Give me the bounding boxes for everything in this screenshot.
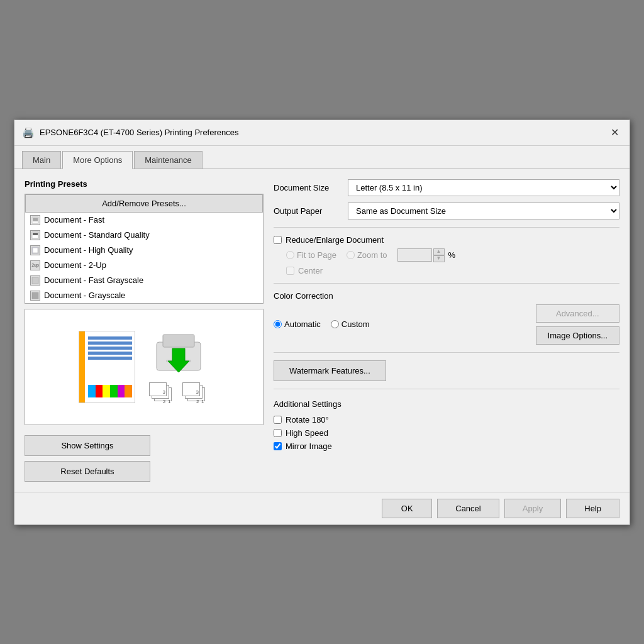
- output-paper-label: Output Paper: [274, 206, 343, 216]
- mirror-image-checkbox[interactable]: [274, 442, 282, 450]
- page-num-2: 2: [163, 399, 165, 404]
- mirror-image-row: Mirror Image: [274, 441, 619, 451]
- automatic-radio[interactable]: [274, 320, 282, 328]
- high-speed-row: High Speed: [274, 428, 619, 438]
- divider-1: [274, 227, 619, 228]
- document-size-label: Document Size: [274, 183, 343, 192]
- list-item[interactable]: 2up Document - 2-Up: [25, 258, 263, 273]
- list-item[interactable]: Document - Fast Grayscale: [25, 273, 263, 288]
- tab-main[interactable]: Main: [22, 151, 61, 169]
- zoom-to-option[interactable]: Zoom to: [347, 250, 387, 260]
- fit-zoom-row: Fit to Page Zoom to ▲ ▼ %: [286, 248, 619, 262]
- image-options-button[interactable]: Image Options...: [536, 326, 619, 345]
- page-num-2r: 2: [196, 399, 199, 404]
- printer-svg: [150, 330, 207, 380]
- zoom-spinner-buttons: ▲ ▼: [433, 248, 445, 262]
- center-checkbox[interactable]: [286, 267, 294, 275]
- rotate-row: Rotate 180°: [274, 415, 619, 425]
- show-settings-button[interactable]: Show Settings: [25, 435, 150, 456]
- doc-line: [88, 336, 132, 340]
- reduce-enlarge-checkbox[interactable]: [274, 236, 282, 244]
- divider-2: [274, 283, 619, 284]
- color-bar-blue: [88, 385, 96, 397]
- right-panel: Document Size Letter (8.5 x 11 in) Outpu…: [274, 179, 619, 482]
- orange-bar: [79, 331, 85, 402]
- color-radios: Automatic Custom: [274, 319, 531, 329]
- page-stacks: 3 2 1 3 2 1: [148, 382, 209, 404]
- page-stack-left: 3 2 1: [148, 382, 176, 404]
- preset-label: Document - Grayscale: [44, 291, 125, 300]
- automatic-label: Automatic: [284, 319, 321, 329]
- mirror-image-label: Mirror Image: [286, 441, 332, 451]
- custom-radio[interactable]: [331, 320, 339, 328]
- add-remove-presets-button[interactable]: Add/Remove Presets...: [25, 194, 263, 212]
- close-button[interactable]: ✕: [607, 125, 622, 140]
- tab-more-options[interactable]: More Options: [62, 151, 133, 169]
- svg-rect-9: [32, 277, 38, 284]
- page-stack-right: 3 2 1: [181, 382, 209, 404]
- doc-line: [88, 341, 132, 345]
- tab-maintenance[interactable]: Maintenance: [134, 151, 202, 169]
- fit-to-page-radio[interactable]: [286, 251, 294, 259]
- preset-icon-high: [30, 245, 40, 255]
- additional-settings-title: Additional Settings: [274, 399, 619, 409]
- custom-label: Custom: [341, 319, 370, 329]
- preset-label: Document - Fast: [44, 215, 104, 225]
- reduce-enlarge-label[interactable]: Reduce/Enlarge Document: [286, 235, 384, 245]
- zoom-up-button[interactable]: ▲: [433, 248, 445, 255]
- output-paper-row: Output Paper Same as Document Size: [274, 203, 619, 219]
- preview-area: 3 2 1 3 2 1: [25, 309, 264, 425]
- page-num-1r: 1: [201, 399, 204, 404]
- reset-defaults-button[interactable]: Reset Defaults: [25, 461, 150, 482]
- color-bar-orange: [125, 385, 132, 397]
- custom-option[interactable]: Custom: [331, 319, 370, 329]
- fit-to-page-option[interactable]: Fit to Page: [286, 250, 336, 260]
- fit-to-page-label: Fit to Page: [297, 250, 336, 260]
- cancel-button[interactable]: Cancel: [437, 499, 499, 518]
- printer-preview: 3 2 1 3 2 1: [148, 330, 209, 404]
- color-bars: [88, 385, 132, 397]
- center-label: Center: [298, 266, 323, 275]
- center-row: Center: [286, 266, 619, 275]
- additional-settings-section: Additional Settings Rotate 180° High Spe…: [274, 399, 619, 451]
- preset-list: Document - Fast Document - Standard Qual…: [25, 212, 263, 303]
- list-item[interactable]: Document - Grayscale: [25, 288, 263, 303]
- tab-bar: Main More Options Maintenance: [14, 146, 630, 169]
- ok-button[interactable]: OK: [382, 499, 432, 518]
- rotate-checkbox[interactable]: [274, 416, 282, 424]
- automatic-option[interactable]: Automatic: [274, 319, 321, 329]
- zoom-spinner: ▲ ▼ %: [397, 248, 456, 262]
- output-paper-select[interactable]: Same as Document Size: [348, 203, 619, 219]
- preset-label: Document - High Quality: [44, 245, 133, 255]
- document-preview: [79, 331, 135, 403]
- color-bar-yellow: [103, 385, 110, 397]
- divider-3: [274, 352, 619, 353]
- doc-lines: [88, 336, 132, 362]
- left-panel: Printing Presets Add/Remove Presets... D…: [25, 179, 264, 482]
- page-num-1: 1: [168, 399, 170, 404]
- apply-button[interactable]: Apply: [504, 499, 562, 518]
- list-item[interactable]: Document - High Quality: [25, 243, 263, 258]
- document-size-select[interactable]: Letter (8.5 x 11 in): [348, 179, 619, 196]
- color-bar-purple: [118, 385, 125, 397]
- list-item[interactable]: Document - Fast: [25, 213, 263, 228]
- zoom-input[interactable]: [397, 248, 432, 262]
- list-item[interactable]: Document - Standard Quality: [25, 228, 263, 243]
- main-content: Printing Presets Add/Remove Presets... D…: [14, 169, 630, 492]
- presets-box: Add/Remove Presets... Document - Fast Do…: [25, 194, 264, 304]
- zoom-down-button[interactable]: ▼: [433, 255, 445, 262]
- help-button[interactable]: Help: [566, 499, 619, 518]
- zoom-to-radio[interactable]: [347, 251, 355, 259]
- advanced-button[interactable]: Advanced...: [536, 304, 619, 323]
- high-speed-checkbox[interactable]: [274, 429, 282, 437]
- svg-rect-10: [32, 292, 38, 299]
- bottom-action-area: Show Settings Reset Defaults: [25, 435, 264, 482]
- preset-label: Document - 2-Up: [44, 260, 106, 270]
- preset-icon-2up: 2up: [30, 260, 40, 270]
- preset-label: Document - Standard Quality: [44, 230, 150, 240]
- watermark-features-button[interactable]: Watermark Features...: [274, 360, 386, 381]
- preset-icon-grayscale: [30, 291, 40, 301]
- svg-rect-8: [33, 248, 38, 253]
- dialog-window: 🖨️ EPSONE6F3C4 (ET-4700 Series) Printing…: [14, 119, 630, 525]
- printer-icon-area: [150, 330, 207, 380]
